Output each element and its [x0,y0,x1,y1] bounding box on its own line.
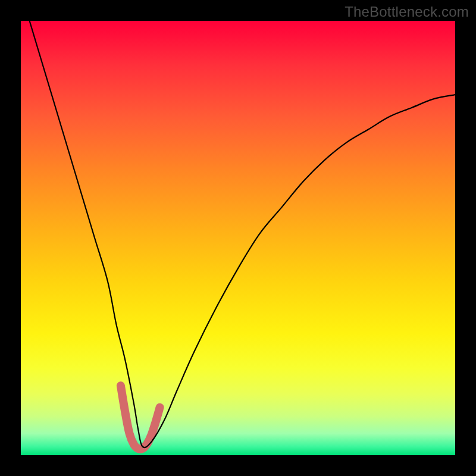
chart-frame: TheBottleneck.com [0,0,476,476]
chart-svg [21,21,455,455]
plot-area [21,21,455,455]
watermark-text: TheBottleneck.com [345,4,469,20]
bottleneck-curve [30,21,455,447]
